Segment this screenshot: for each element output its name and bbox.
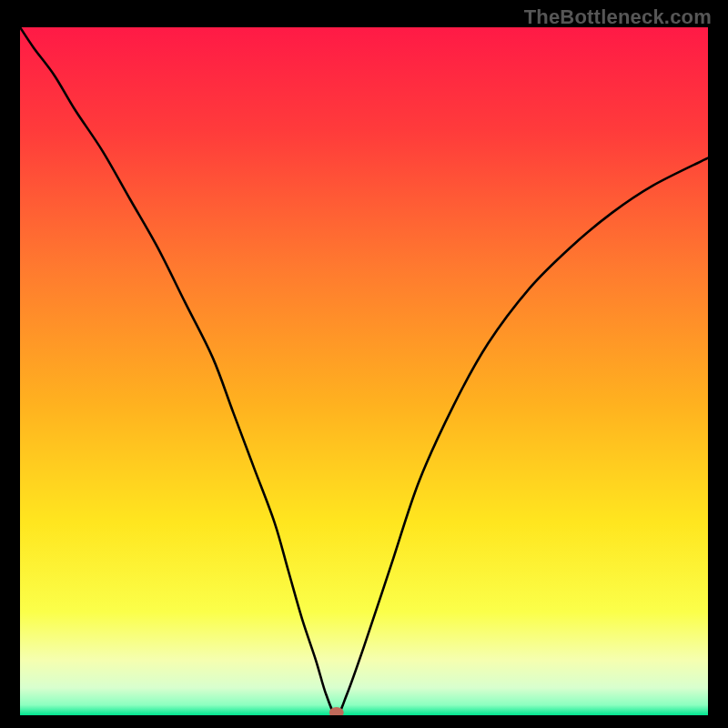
chart-frame: TheBottleneck.com [0, 0, 728, 728]
bottleneck-chart [20, 27, 708, 715]
attribution-text: TheBottleneck.com [524, 5, 712, 29]
plot-area [20, 27, 708, 715]
gradient-background [20, 27, 708, 715]
